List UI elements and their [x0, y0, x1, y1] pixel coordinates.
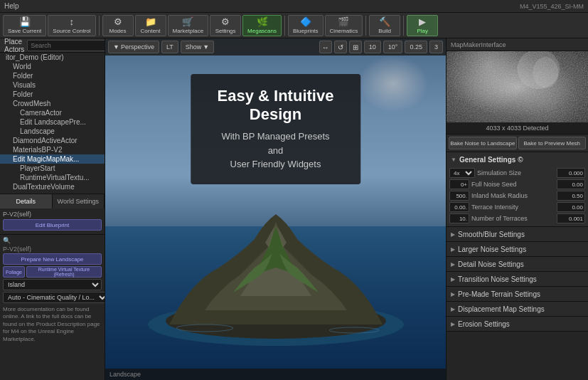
smooth-blur-header[interactable]: ▶ Smooth/Blur Settings	[447, 227, 588, 241]
chevron-right-icon-6: ▶	[451, 306, 455, 312]
vp-grid-val4[interactable]: 3	[429, 41, 443, 53]
general-settings-content: 4x Simulation Size Full Noise Seed Inlan…	[447, 167, 588, 226]
chevron-right-icon-3: ▶	[451, 261, 455, 268]
vp-scale-btn[interactable]: ⊞	[349, 41, 362, 53]
chevron-right-icon-2: ▶	[451, 246, 455, 253]
build-icon: 🔨	[379, 16, 390, 27]
erosion-header[interactable]: ▶ Erosion Settings	[447, 317, 588, 331]
transition-noise-section: ▶ Transition Noise Settings	[447, 272, 588, 287]
menu-help[interactable]: Help	[4, 2, 19, 10]
landscape-controls: 🔍 P-V2(self) Prepare New Landscape Folia…	[0, 235, 105, 380]
documentation-text: More documentation can be found online. …	[3, 306, 102, 343]
inland-input[interactable]	[557, 191, 585, 201]
displacement-map-section: ▶ Displacement Map Settings	[447, 302, 588, 317]
vp-rotate-btn[interactable]: ↺	[334, 41, 347, 53]
vp-grid-val1[interactable]: 10	[364, 41, 381, 53]
play-button[interactable]: ▶ Play	[407, 15, 438, 36]
vp-translate-btn[interactable]: ↔	[319, 41, 332, 53]
tree-item-folder2[interactable]: Folder	[0, 90, 105, 99]
foliage-button[interactable]: Foliage	[3, 266, 25, 278]
show-button[interactable]: Show ▼	[181, 41, 214, 53]
vp-grid-val3[interactable]: 0.25	[405, 41, 427, 53]
general-settings-section: ▼ General Settings © 4x Simulation Size …	[447, 152, 588, 227]
settings-button[interactable]: ⚙ Settings	[210, 15, 241, 36]
tree-item-crowdmesh[interactable]: CrowdMesh	[0, 99, 105, 108]
prepare-landscape-button[interactable]: Prepare New Landscape	[3, 253, 102, 265]
bake-noise-button[interactable]: Bake Noise to Landscape	[449, 137, 517, 149]
play-icon: ▶	[419, 16, 426, 27]
inland-left[interactable]	[449, 191, 469, 201]
overlay-sub-line1: With BP Managed Presets and	[213, 130, 338, 157]
premade-terrain-header[interactable]: ▶ Pre-Made Terrain Settings	[447, 287, 588, 301]
search-label2: 🔍	[3, 237, 102, 244]
landscape-type-select[interactable]: Island	[3, 279, 102, 290]
vp-grid-val2[interactable]: 10°	[383, 41, 403, 53]
chevron-down-icon-2: ▼	[203, 43, 209, 51]
larger-noise-header[interactable]: ▶ Larger Noise Settings	[447, 242, 588, 256]
settings-row-terrace: Terrace Intensity	[449, 202, 585, 212]
tree-item-runtimevirtual[interactable]: RuntimeVirtualTextu...	[0, 173, 105, 182]
smooth-blur-section: ▶ Smooth/Blur Settings	[447, 227, 588, 242]
perspective-dropdown[interactable]: ▼ Perspective	[108, 41, 159, 53]
tree-item-diamond[interactable]: DiamondActiveActor	[0, 136, 105, 145]
detail-noise-header[interactable]: ▶ Detail Noise Settings	[447, 257, 588, 271]
overlay-title: Easy & Intuitive Design	[213, 87, 338, 124]
general-settings-header[interactable]: ▼ General Settings ©	[447, 152, 588, 167]
island-svg	[148, 182, 404, 346]
tree-item-materials[interactable]: MaterialsBP-V2	[0, 145, 105, 154]
center-viewport: Easy & Intuitive Design With BP Managed …	[105, 38, 446, 380]
terrace-left[interactable]	[449, 202, 469, 212]
tree-item-landscape-pre[interactable]: Edit LandscapePre...	[0, 117, 105, 127]
toolbar-separator-1	[99, 16, 100, 36]
details-area: P-V2(self) Edit Blueprint	[0, 209, 105, 235]
megascans-icon: 🌿	[257, 16, 268, 27]
viewport-status: Landscape	[105, 369, 446, 380]
tree-item-landscape[interactable]: Landscape	[0, 127, 105, 136]
place-actors-header: Place Actors 🔍	[0, 38, 105, 53]
cinematics-button[interactable]: 🎬 Cinematics	[325, 15, 363, 36]
modes-button[interactable]: ⚙ Modes	[102, 15, 134, 36]
world-settings-tab[interactable]: World Settings	[53, 194, 105, 209]
tree-item-camera[interactable]: CameraActor	[0, 108, 105, 117]
chevron-right-icon-4: ▶	[451, 276, 455, 283]
save-button[interactable]: 💾 Save Current	[3, 15, 46, 36]
numterrace-input[interactable]	[557, 213, 585, 223]
refresh-button[interactable]: Runtime Virtual Texture (Refresh)	[26, 266, 102, 278]
tree-item-dualtexture[interactable]: DualTextureVolume	[0, 182, 105, 191]
transition-noise-header[interactable]: ▶ Transition Noise Settings	[447, 272, 588, 286]
noise-seed-input[interactable]	[557, 179, 585, 189]
quality-select[interactable]: Auto - Cinematic Quality / Lo...	[3, 292, 105, 303]
lit-button[interactable]: LT	[161, 41, 178, 53]
edit-blueprint-button[interactable]: Edit Blueprint	[3, 219, 102, 231]
content-button[interactable]: 📁 Content	[135, 15, 166, 36]
numterrace-left[interactable]	[449, 213, 469, 223]
marketplace-button[interactable]: 🛒 Marketplace	[168, 15, 209, 36]
search-input[interactable]	[27, 40, 105, 51]
build-button[interactable]: 🔨 Build	[369, 15, 400, 36]
tree-item-folder1[interactable]: Folder	[0, 71, 105, 80]
detected-label: 4033 x 4033 Detected	[447, 122, 588, 134]
simsize-input[interactable]	[557, 168, 585, 178]
simsize-select[interactable]: 4x	[449, 168, 475, 178]
details-tab[interactable]: Details	[0, 194, 53, 209]
toolbar-separator-4	[403, 16, 404, 36]
tree-item-editor[interactable]: itor_Demo (Editor)	[0, 53, 105, 62]
bake-preview-button[interactable]: Bake to Preview Mesh	[518, 137, 587, 149]
terrace-input[interactable]	[557, 202, 585, 212]
tree-item-world[interactable]: World	[0, 62, 105, 71]
noise-seed-left[interactable]	[449, 179, 469, 189]
megascans-button[interactable]: 🌿 Megascans	[242, 15, 282, 36]
premade-terrain-section: ▶ Pre-Made Terrain Settings	[447, 287, 588, 302]
tree-item-playerstart[interactable]: PlayerStart	[0, 164, 105, 173]
tree-item-magicmapmaker[interactable]: Edit MagicMapMak...	[0, 154, 105, 164]
noise-preview	[447, 51, 588, 122]
settings-row-num-terraces: Number of Terraces	[449, 213, 585, 223]
cloud-decoration	[358, 56, 429, 112]
source-control-button[interactable]: ↕ Source Control	[48, 15, 95, 36]
blueprints-button[interactable]: 🔷 Blueprints	[288, 15, 324, 36]
chevron-down-icon: ▼	[113, 43, 119, 51]
cinematics-icon: 🎬	[338, 16, 349, 27]
tree-item-visuals[interactable]: Visuals	[0, 80, 105, 90]
displacement-map-header[interactable]: ▶ Displacement Map Settings	[447, 302, 588, 316]
content-icon: 📁	[145, 16, 156, 27]
